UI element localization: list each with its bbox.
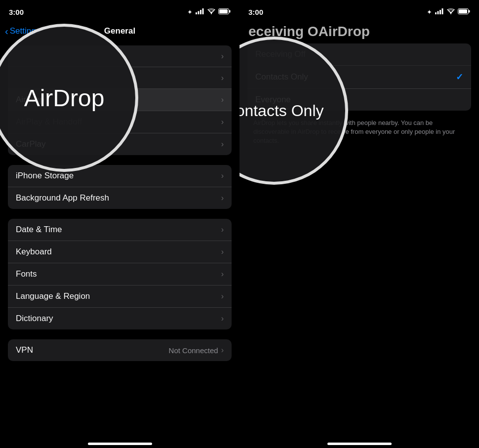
chevron-icon: › bbox=[221, 52, 224, 61]
dictionary-label: Dictionary bbox=[16, 314, 53, 324]
airdrop-settings: eceiving O AirDrop Receiving Off Contact… bbox=[240, 22, 479, 438]
svg-rect-11 bbox=[442, 8, 443, 14]
right-home-indicator bbox=[240, 438, 479, 448]
battery-icon bbox=[218, 8, 231, 16]
left-panel: 3:00 ✦ bbox=[0, 0, 240, 448]
left-status-icons: ✦ bbox=[187, 8, 231, 16]
fonts-label: Fonts bbox=[16, 269, 37, 279]
svg-point-12 bbox=[450, 13, 451, 14]
right-status-bar: 3:00 ✦ bbox=[240, 0, 479, 22]
svg-rect-14 bbox=[469, 10, 470, 12]
svg-rect-8 bbox=[435, 12, 437, 14]
chevron-icon: › bbox=[221, 194, 224, 203]
right-location-icon: ✦ bbox=[427, 8, 432, 16]
wifi-icon bbox=[207, 8, 215, 16]
chevron-icon: › bbox=[221, 118, 224, 126]
signal-icon bbox=[196, 8, 204, 16]
dictionary-item[interactable]: Dictionary › bbox=[8, 308, 232, 329]
svg-rect-3 bbox=[202, 8, 204, 14]
fonts-item[interactable]: Fonts › bbox=[8, 263, 232, 285]
background-refresh-label: Background App Refresh bbox=[16, 193, 109, 203]
vpn-label: VPN bbox=[16, 345, 33, 355]
left-time: 3:00 bbox=[9, 8, 24, 16]
keyboard-item[interactable]: Keyboard › bbox=[8, 241, 232, 263]
language-region-label: Language & Region bbox=[16, 291, 90, 301]
keyboard-label: Keyboard bbox=[16, 247, 52, 257]
group-vpn: VPN Not Connected › bbox=[8, 339, 232, 361]
background-refresh-item[interactable]: Background App Refresh › bbox=[8, 187, 232, 209]
date-time-item[interactable]: Date & Time › bbox=[8, 219, 232, 241]
date-time-label: Date & Time bbox=[16, 225, 62, 235]
right-time: 3:00 bbox=[248, 8, 263, 16]
home-bar bbox=[88, 443, 152, 445]
chevron-icon: › bbox=[221, 74, 224, 82]
svg-rect-6 bbox=[229, 10, 231, 12]
svg-rect-0 bbox=[196, 12, 197, 14]
right-battery-icon bbox=[458, 8, 470, 16]
group-storage: iPhone Storage › Background App Refresh … bbox=[8, 165, 232, 209]
chevron-icon: › bbox=[221, 292, 224, 301]
iphone-storage-label: iPhone Storage bbox=[16, 171, 74, 181]
right-home-bar bbox=[327, 443, 392, 445]
chevron-icon: › bbox=[221, 95, 224, 104]
vpn-item[interactable]: VPN Not Connected › bbox=[8, 339, 232, 361]
nav-title: General bbox=[104, 26, 135, 36]
left-home-indicator bbox=[0, 438, 240, 448]
svg-rect-15 bbox=[459, 9, 467, 13]
svg-rect-1 bbox=[198, 11, 200, 14]
svg-rect-7 bbox=[219, 9, 228, 13]
chevron-icon: › bbox=[221, 140, 224, 149]
right-status-icons: ✦ bbox=[427, 8, 470, 16]
back-chevron-icon: ‹ bbox=[5, 26, 8, 37]
group-language: Date & Time › Keyboard › Fonts › Languag… bbox=[8, 219, 232, 329]
svg-rect-2 bbox=[200, 10, 201, 14]
left-status-bar: 3:00 ✦ bbox=[0, 0, 240, 22]
right-wifi-icon bbox=[447, 8, 455, 16]
svg-rect-9 bbox=[438, 11, 439, 14]
right-panel: 3:00 ✦ bbox=[240, 0, 479, 448]
svg-rect-10 bbox=[439, 10, 441, 14]
language-region-item[interactable]: Language & Region › bbox=[8, 285, 232, 308]
contacts-only-circle-text: Contacts Only bbox=[240, 102, 328, 120]
checkmark-icon: ✓ bbox=[456, 72, 463, 82]
svg-point-4 bbox=[211, 13, 212, 14]
airdrop-nav-title: AirDrop bbox=[319, 24, 370, 40]
chevron-icon: › bbox=[221, 171, 224, 180]
vpn-status: Not Connected bbox=[169, 346, 218, 355]
airdrop-circle-text: AirDrop bbox=[24, 84, 105, 112]
location-icon: ✦ bbox=[187, 8, 193, 16]
chevron-icon: › bbox=[221, 247, 224, 256]
chevron-icon: › bbox=[221, 225, 224, 234]
chevron-icon: › bbox=[221, 314, 224, 323]
chevron-icon: › bbox=[221, 270, 224, 279]
right-signal-icon bbox=[435, 8, 444, 16]
chevron-icon: › bbox=[221, 346, 224, 355]
